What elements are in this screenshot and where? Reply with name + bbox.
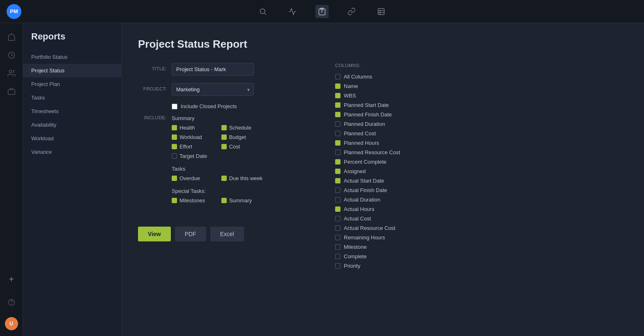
title-row: TITLE: <box>138 63 310 76</box>
target-date-label: Target Date <box>179 153 207 159</box>
column-actual-cost: Actual Cost <box>335 214 465 223</box>
wbs-label: WBS <box>344 93 356 99</box>
budget-label: Budget <box>229 134 246 140</box>
check-overdue: Overdue <box>172 175 213 181</box>
summary-checkbox-indicator <box>221 198 227 203</box>
column-actual-duration: Actual Duration <box>335 195 465 204</box>
layout-icon[interactable] <box>375 5 388 18</box>
user-avatar[interactable]: U <box>4 316 19 331</box>
special-tasks-title: Special Tasks: <box>172 188 262 194</box>
main-content: Project Status Report TITLE: PROJECT: Ma… <box>122 23 644 336</box>
users-icon[interactable] <box>4 66 19 81</box>
svg-point-12 <box>8 299 14 306</box>
remaining-hours-label: Remaining Hours <box>344 234 385 241</box>
sidebar-item-availability[interactable]: Availability <box>23 118 121 132</box>
budget-checkbox-indicator <box>221 134 227 140</box>
search-icon[interactable] <box>256 5 269 18</box>
sidebar-item-project-status[interactable]: Project Status <box>23 64 121 77</box>
actual-resource-cost-label: Actual Resource Cost <box>344 225 396 231</box>
cost-checkbox-indicator <box>221 144 227 149</box>
schedule-checkbox-indicator <box>221 125 227 130</box>
actual-start-date-checkbox[interactable] <box>335 178 340 183</box>
summary-title: Summary <box>172 115 262 121</box>
view-button[interactable]: View <box>138 227 171 241</box>
title-input[interactable] <box>172 63 254 76</box>
planned-start-date-checkbox[interactable] <box>335 102 340 108</box>
columns-panel: COLUMNS: All Columns Name WBS <box>335 63 467 286</box>
sidebar-item-project-plan[interactable]: Project Plan <box>23 77 121 91</box>
sidebar-item-timesheets[interactable]: Timesheets <box>23 104 121 118</box>
effort-checkbox-indicator <box>172 144 177 149</box>
sidebar-item-workload[interactable]: Workload <box>23 132 121 145</box>
planned-hours-checkbox[interactable] <box>335 140 340 146</box>
project-select[interactable]: Marketing Development Design Sales <box>172 83 254 96</box>
check-cost: Cost <box>221 144 263 150</box>
column-wbs: WBS <box>335 91 465 100</box>
percent-complete-checkbox[interactable] <box>335 159 340 165</box>
complete-checkbox[interactable] <box>335 254 340 259</box>
svg-point-10 <box>9 70 12 73</box>
actual-cost-label: Actual Cost <box>344 216 371 222</box>
nav-title: Reports <box>23 31 121 50</box>
assigned-checkbox[interactable] <box>335 169 340 174</box>
check-milestones: Milestones <box>172 197 213 204</box>
actual-hours-label: Actual Hours <box>344 206 374 212</box>
planned-finish-date-checkbox[interactable] <box>335 112 340 117</box>
actual-finish-date-label: Actual Finish Date <box>344 187 387 193</box>
help-icon[interactable] <box>4 295 19 310</box>
chart-icon[interactable] <box>286 5 299 18</box>
priority-checkbox[interactable] <box>335 263 340 269</box>
column-name: Name <box>335 81 465 91</box>
briefcase-icon[interactable] <box>4 84 19 99</box>
include-content: Summary Health Schedule <box>172 115 262 210</box>
planned-finish-date-label: Planned Finish Date <box>344 111 392 118</box>
column-priority: Priority <box>335 261 465 271</box>
actual-finish-date-checkbox[interactable] <box>335 188 340 193</box>
wbs-checkbox[interactable] <box>335 93 340 98</box>
nav-sidebar: Reports Portfolio Status Project Status … <box>23 23 122 336</box>
include-closed-checkbox[interactable] <box>172 104 177 109</box>
name-checkbox[interactable] <box>335 83 340 89</box>
assigned-label: Assigned <box>344 168 366 174</box>
planned-resource-cost-checkbox[interactable] <box>335 150 340 155</box>
link-icon[interactable] <box>345 5 358 18</box>
all-columns-checkbox[interactable] <box>335 74 340 79</box>
planned-cost-checkbox[interactable] <box>335 131 340 136</box>
clipboard-icon[interactable] <box>315 5 329 18</box>
include-label: INCLUDE: <box>138 115 167 210</box>
overdue-checkbox-indicator <box>172 176 177 181</box>
sidebar-item-variance[interactable]: Variance <box>23 145 121 159</box>
title-label: TITLE: <box>138 63 167 71</box>
health-label: Health <box>179 125 195 131</box>
project-label: PROJECT: <box>138 83 167 91</box>
milestone-checkbox[interactable] <box>335 244 340 250</box>
sidebar-item-tasks[interactable]: Tasks <box>23 91 121 104</box>
schedule-label: Schedule <box>229 125 251 131</box>
actual-duration-checkbox[interactable] <box>335 197 340 202</box>
actual-cost-checkbox[interactable] <box>335 216 340 221</box>
svg-rect-5 <box>378 8 384 14</box>
actual-duration-label: Actual Duration <box>344 197 380 203</box>
priority-label: Priority <box>344 263 360 269</box>
clock-icon[interactable] <box>4 48 19 63</box>
planned-start-date-label: Planned Start Date <box>344 102 389 108</box>
actual-hours-checkbox[interactable] <box>335 206 340 212</box>
page-title: Project Status Report <box>138 38 628 51</box>
workload-checkbox-indicator <box>172 134 177 140</box>
planned-duration-label: Planned Duration <box>344 121 385 127</box>
remaining-hours-checkbox[interactable] <box>335 235 340 240</box>
excel-button[interactable]: Excel <box>210 227 244 241</box>
actual-resource-cost-checkbox[interactable] <box>335 225 340 231</box>
app-logo[interactable]: PM <box>7 4 21 19</box>
planned-duration-checkbox[interactable] <box>335 121 340 127</box>
pdf-button[interactable]: PDF <box>175 227 206 241</box>
tasks-grid: Overdue Due this week <box>172 175 262 181</box>
workload-label: Workload <box>179 134 202 140</box>
all-columns-label: All Columns <box>344 74 372 80</box>
add-icon[interactable]: + <box>4 272 19 287</box>
project-select-wrapper: Marketing Development Design Sales ▼ <box>172 83 254 96</box>
home-icon[interactable] <box>4 30 19 44</box>
column-planned-hours: Planned Hours <box>335 138 465 148</box>
columns-scroll[interactable]: All Columns Name WBS Planned Start Date <box>335 72 467 286</box>
sidebar-item-portfolio-status[interactable]: Portfolio Status <box>23 50 121 64</box>
